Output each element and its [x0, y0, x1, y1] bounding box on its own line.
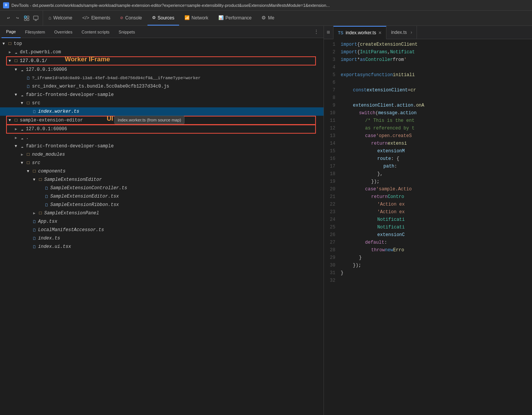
- close-tab-icon[interactable]: ×: [378, 30, 381, 35]
- tree-label: SampleExtensionEditor: [44, 177, 102, 182]
- arrow-icon: ▶: [14, 93, 18, 97]
- arrow-icon: ▶: [14, 144, 18, 148]
- file-icon: 🗋: [32, 109, 37, 114]
- arrow-icon: ▶: [2, 42, 6, 46]
- folder-icon: □: [7, 41, 13, 46]
- svg-rect-0: [24, 16, 26, 18]
- code-line-6: [339, 79, 532, 86]
- arrow-icon: ▶: [32, 211, 37, 215]
- subtab-snippets[interactable]: Snippets: [114, 26, 139, 38]
- folder-icon: □: [32, 169, 37, 174]
- line-numbers: 12345 678910 1112131415 1617181920 ●21 2…: [324, 41, 339, 413]
- tree-item-SampleExtensionPanel[interactable]: ▶ □ SampleExtensionPanel: [0, 209, 324, 217]
- tree-label: App.tsx: [38, 219, 57, 224]
- code-line-29: }: [339, 254, 532, 262]
- tree-item-LocalManifest[interactable]: ▶ 🗋 LocalManifestAccessor.ts: [0, 226, 324, 234]
- tab-network[interactable]: 📶 Network: [180, 11, 213, 26]
- tab-elements[interactable]: </> Elements: [78, 11, 115, 26]
- tree-label: 127.0.0.1/: [20, 58, 47, 64]
- tree-item-SampleExtensionEditor[interactable]: ▶ □ SampleExtensionEditor: [0, 176, 324, 184]
- tree-label: LocalManifestAccessor.ts: [38, 227, 104, 233]
- tree-item-index-worker[interactable]: ▶ 🗋 index.worker.ts: [0, 107, 324, 116]
- code-line-11: /* This is the ent: [339, 117, 532, 124]
- code-line-10: switch (message.action: [339, 109, 532, 117]
- tree-item-src1[interactable]: ▶ □ src: [0, 99, 324, 107]
- code-line-20: case 'sample.Actio: [339, 185, 532, 193]
- tree-item-top[interactable]: ▶ □ top: [0, 40, 324, 48]
- add-tab-icon[interactable]: ›: [409, 30, 412, 35]
- main-content: Page Filesystem Overrides Content script…: [0, 26, 532, 415]
- tree-item-bundle[interactable]: ▶ 🗋 src_index_worker_ts.bundle.5cc0abe0c…: [0, 82, 324, 91]
- arrow-icon: ▶: [20, 101, 24, 105]
- file-icon: 🗋: [32, 227, 37, 233]
- memory-icon: ⚙: [261, 15, 266, 21]
- code-line-14: return extensi: [339, 140, 532, 147]
- back-icon[interactable]: ↩: [5, 14, 12, 22]
- performance-icon: 📊: [218, 15, 224, 20]
- subtab-filesystem[interactable]: Filesystem: [21, 26, 50, 38]
- code-line-31: }: [339, 269, 532, 277]
- tree-label: fabric-frontend-developer-sample: [26, 92, 114, 97]
- code-line-27: default:: [339, 239, 532, 246]
- tab-performance[interactable]: 📊 Performance: [214, 11, 256, 26]
- code-line-8: [339, 94, 532, 102]
- tree-label: 127.0.0.1:60006: [26, 67, 67, 72]
- tree-item-fabric1[interactable]: ▶ ☁ fabric-frontend-developer-sample: [0, 91, 324, 99]
- editor-tab-index-worker[interactable]: TS index.worker.ts ×: [333, 26, 386, 39]
- subtab-page[interactable]: Page: [2, 26, 21, 38]
- tab-console[interactable]: ⊘ Console: [115, 11, 146, 26]
- tree-item-dxt[interactable]: ▶ ☁ dxt.powerbi.com: [0, 48, 324, 56]
- collapse-panel-icon[interactable]: ⊞: [324, 26, 333, 39]
- tree-item-App[interactable]: ▶ 🗋 App.tsx: [0, 217, 324, 226]
- code-line-4: [339, 64, 532, 71]
- code-line-1: import { createExtensionClient: [339, 41, 532, 48]
- arrow-icon: ▶: [14, 67, 18, 72]
- subtab-overrides[interactable]: Overrides: [50, 26, 77, 38]
- right-panel: ⊞ TS index.worker.ts × index.ts › 12345 …: [324, 26, 532, 415]
- inspect-icon[interactable]: [23, 14, 30, 22]
- cloud-icon: ☁: [19, 135, 25, 140]
- arrow-icon: ▶: [14, 127, 18, 131]
- tree-item-components[interactable]: ▶ □ components: [0, 167, 324, 176]
- more-options-icon[interactable]: ⋮: [311, 29, 322, 35]
- code-line-28: throw new Erro: [339, 246, 532, 254]
- tree-item-127001-60006-ui[interactable]: ▶ ☁ 127.0.0.1:60006: [0, 125, 324, 133]
- tree-label: SampleExtensionRibbon.tsx: [50, 202, 119, 208]
- tree-item-127001[interactable]: ▶ □ 127.0.0.1/: [0, 57, 324, 65]
- tooltip-index-worker: index.worker.ts (from source map): [114, 116, 184, 124]
- device-icon[interactable]: [32, 14, 40, 22]
- tree-item-dot[interactable]: ▶ ☁ .: [0, 134, 324, 142]
- index-worker-container: ▶ 🗋 index.worker.ts index.worker.ts (fro…: [0, 107, 324, 116]
- title-bar-text: DevTools - dxt.powerbi.com/workloads/sam…: [11, 3, 529, 8]
- tree-item-SampleExtensionController[interactable]: ▶ 🗋 SampleExtensionController.ts: [0, 184, 324, 192]
- tab-memory[interactable]: ⚙ Me: [257, 11, 279, 26]
- cloud-icon: ☁: [19, 144, 25, 149]
- code-line-16: route: {: [339, 155, 532, 163]
- tree-label: .: [26, 135, 29, 140]
- folder-icon: □: [26, 101, 31, 106]
- tree-item-127001-60006[interactable]: ▶ ☁ 127.0.0.1:60006: [0, 65, 324, 74]
- code-line-12: as referenced by t: [339, 124, 532, 132]
- code-line-2: import { InitParams, Notificat: [339, 48, 532, 56]
- file-icon: 🗋: [44, 202, 49, 208]
- tree-item-SampleExtensionEditor-file[interactable]: ▶ 🗋 SampleExtensionEditor.tsx: [0, 192, 324, 201]
- tree-item-fabric2[interactable]: ▶ ☁ fabric-frontend-developer-sample: [0, 142, 324, 150]
- tree-label: top: [14, 41, 22, 46]
- tree-item-iframe-file[interactable]: ▶ 🗋 ?_iframeId=a5dc0a89-13a8-45ef-b4ad-d…: [0, 74, 324, 82]
- tree-item-SampleExtensionRibbon[interactable]: ▶ 🗋 SampleExtensionRibbon.tsx: [0, 201, 324, 209]
- editor-tab-index-ts[interactable]: index.ts ›: [386, 26, 417, 39]
- tree-item-src2[interactable]: ▶ □ src: [0, 159, 324, 167]
- subtab-content-scripts[interactable]: Content scripts: [77, 26, 114, 38]
- cloud-icon: ☁: [19, 67, 25, 72]
- cloud-icon: ☁: [19, 92, 25, 97]
- forward-icon[interactable]: ↪: [14, 14, 21, 22]
- code-line-25: Notificati: [339, 223, 532, 231]
- tree-item-index-ui[interactable]: ▶ 🗋 index.ui.tsx: [0, 243, 324, 251]
- tab-welcome[interactable]: ⌂ Welcome: [44, 11, 77, 26]
- cloud-icon: ☁: [19, 126, 25, 132]
- devtools-toolbar: ↩ ↪ ⌂ Welcome </> Elements ⊘ Console: [0, 11, 532, 26]
- tree-item-index-ts[interactable]: ▶ 🗋 index.ts: [0, 234, 324, 243]
- file-tree: ▶ □ top ▶ ☁ dxt.powerbi.com ▶ □ 127.0.0.…: [0, 38, 324, 415]
- tree-item-node-modules[interactable]: ▶ □ node_modules: [0, 150, 324, 159]
- tab-sources[interactable]: ⚙ Sources: [147, 11, 179, 26]
